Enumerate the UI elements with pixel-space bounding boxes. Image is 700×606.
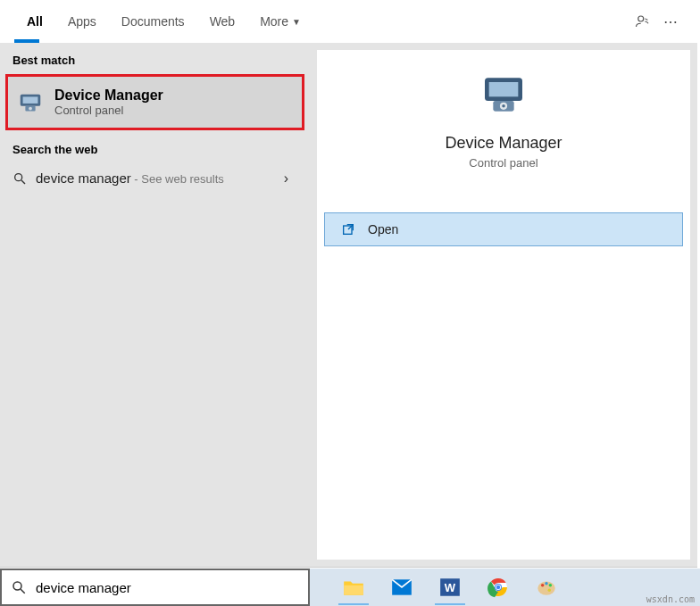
- svg-point-28: [548, 589, 551, 592]
- svg-point-23: [496, 585, 500, 589]
- svg-point-27: [549, 584, 552, 586]
- web-result-query: device manager: [36, 170, 131, 186]
- best-match-item[interactable]: Device Manager Control panel: [5, 74, 304, 130]
- body-row: Best match Device Manager Control panel …: [0, 43, 697, 567]
- results-column: Best match Device Manager Control panel …: [0, 43, 310, 567]
- preview-header: Device Manager Control panel: [317, 50, 690, 170]
- svg-text:W: W: [445, 581, 456, 594]
- svg-point-11: [502, 104, 505, 108]
- web-result-row[interactable]: device manager - See web results ›: [0, 162, 310, 195]
- svg-point-4: [29, 106, 32, 110]
- chevron-right-icon: ›: [284, 170, 297, 187]
- svg-point-14: [13, 582, 21, 590]
- device-manager-large-icon: [477, 68, 530, 121]
- svg-rect-2: [23, 96, 38, 104]
- open-action[interactable]: Open: [324, 212, 683, 246]
- tabs-right: ⋯: [635, 13, 697, 30]
- taskbar-word[interactable]: W: [431, 569, 469, 605]
- open-icon: [341, 222, 355, 237]
- web-result-hint: - See web results: [131, 172, 224, 186]
- watermark: wsxdn.com: [646, 594, 695, 604]
- taskbar-chrome[interactable]: [479, 569, 517, 605]
- web-result-text: device manager - See web results: [36, 170, 224, 187]
- bottom-row: W wsxdn.com: [0, 569, 700, 606]
- search-input[interactable]: [36, 580, 299, 595]
- svg-line-6: [21, 180, 25, 184]
- best-match-subtitle: Control panel: [54, 104, 163, 117]
- search-icon: [12, 171, 27, 186]
- feedback-icon[interactable]: [635, 13, 651, 29]
- svg-point-26: [545, 582, 547, 585]
- device-manager-icon: [17, 89, 44, 116]
- search-web-label: Search the web: [0, 132, 310, 162]
- taskbar-file-explorer[interactable]: [335, 569, 372, 605]
- tab-more[interactable]: More ▼: [247, 0, 313, 43]
- tab-web[interactable]: Web: [197, 0, 248, 43]
- preview-subtitle: Control panel: [469, 156, 538, 170]
- preview-title: Device Manager: [445, 134, 562, 153]
- svg-line-15: [21, 589, 25, 594]
- svg-point-5: [15, 174, 22, 181]
- tab-more-label: More: [260, 14, 288, 29]
- preview-column: Device Manager Control panel Open: [317, 50, 690, 560]
- taskbar-mail[interactable]: [383, 569, 421, 605]
- chevron-down-icon: ▼: [292, 17, 301, 27]
- tab-documents[interactable]: Documents: [109, 0, 197, 43]
- best-match-title: Device Manager: [54, 87, 163, 104]
- best-match-text: Device Manager Control panel: [54, 87, 163, 117]
- open-label: Open: [368, 222, 398, 237]
- taskbar-paint[interactable]: [528, 569, 565, 605]
- tab-apps[interactable]: Apps: [55, 0, 109, 43]
- filter-tabs: All Apps Documents Web More ▼ ⋯: [0, 0, 697, 43]
- tab-all[interactable]: All: [14, 0, 55, 43]
- svg-point-25: [541, 584, 544, 586]
- svg-rect-8: [489, 82, 519, 96]
- search-icon: [11, 579, 27, 595]
- search-panel: All Apps Documents Web More ▼ ⋯ Best mat…: [0, 0, 697, 568]
- svg-point-0: [638, 16, 644, 21]
- more-icon[interactable]: ⋯: [663, 13, 678, 30]
- svg-rect-16: [344, 585, 363, 595]
- best-match-label: Best match: [0, 43, 310, 72]
- taskbar: W wsxdn.com: [310, 569, 700, 606]
- action-list: Open: [317, 212, 690, 246]
- search-box[interactable]: [0, 569, 310, 606]
